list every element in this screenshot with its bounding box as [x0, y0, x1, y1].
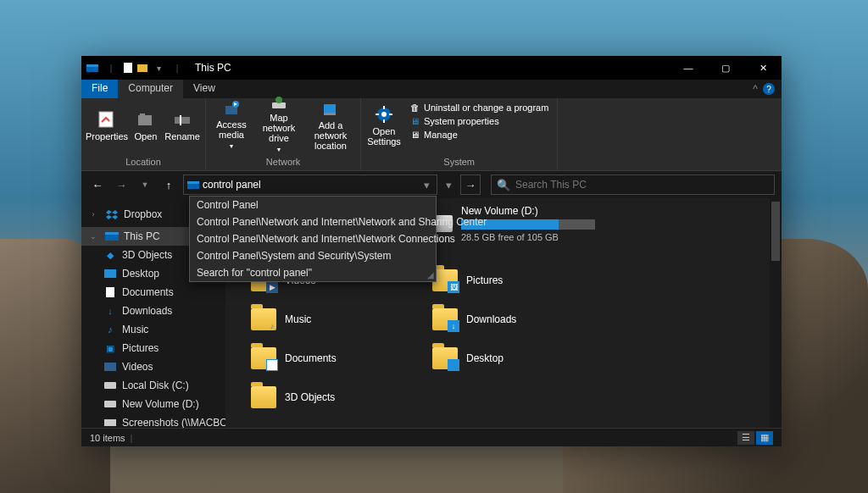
- sidebar-item-label: Downloads: [122, 305, 172, 317]
- folder-icon[interactable]: [137, 64, 147, 72]
- search-box[interactable]: 🔍: [491, 174, 775, 195]
- navigation-bar: ← → ▼ ↑ ▾ Control Panel Control Panel\Ne…: [81, 171, 782, 198]
- sidebar-item-label: Desktop: [122, 268, 159, 280]
- search-input[interactable]: [515, 179, 769, 191]
- thispc-icon: [105, 230, 119, 243]
- ribbon-tabs: File Computer View ^ ?: [81, 80, 782, 98]
- svg-rect-7: [272, 102, 286, 108]
- add-location-button[interactable]: Add a network location: [304, 100, 357, 151]
- properties-icon: [97, 109, 117, 130]
- folder-music[interactable]: ♪Music: [251, 308, 311, 330]
- folder-icon: [251, 347, 276, 369]
- open-button[interactable]: Open: [129, 100, 163, 151]
- sidebar-item-documents[interactable]: Documents: [81, 283, 225, 302]
- sidebar-item-screenshots-macbooka[interactable]: Screenshots (\\MACBOOKA: [81, 413, 225, 428]
- suggestion-item[interactable]: Control Panel\System and Security\System: [190, 247, 436, 264]
- sidebar-item-downloads[interactable]: ↓Downloads: [81, 302, 225, 320]
- tab-computer[interactable]: Computer: [118, 80, 183, 98]
- address-bar[interactable]: ▾ Control Panel Control Panel\Network an…: [183, 174, 437, 195]
- chevron-icon[interactable]: ›: [86, 208, 100, 221]
- address-suggestions: Control Panel Control Panel\Network and …: [189, 196, 437, 282]
- scrollbar[interactable]: [770, 198, 782, 428]
- details-view-button[interactable]: ☰: [737, 431, 754, 445]
- svg-point-8: [275, 97, 282, 103]
- open-settings-button[interactable]: Open Settings: [364, 100, 403, 151]
- refresh-button[interactable]: →: [460, 174, 481, 195]
- dropdown-icon[interactable]: ▾: [446, 179, 452, 191]
- documents-icon: [103, 285, 117, 299]
- videos-icon: [103, 360, 117, 374]
- sidebar-item-label: 3D Objects: [122, 249, 172, 261]
- suggestion-item[interactable]: Control Panel: [190, 197, 436, 213]
- folder-downloads[interactable]: ↓Downloads: [432, 308, 516, 330]
- pictures-icon: ▣: [103, 341, 117, 355]
- uninstall-button[interactable]: 🗑Uninstall or change a program: [409, 102, 548, 114]
- sidebar-item-label: Music: [122, 324, 148, 335]
- close-button[interactable]: ✕: [744, 56, 782, 80]
- tab-file[interactable]: File: [81, 80, 118, 98]
- file-icon[interactable]: [124, 63, 132, 73]
- sidebar-item-label: This PC: [124, 230, 160, 242]
- map-drive-button[interactable]: Map network drive▾: [253, 100, 304, 151]
- map-drive-icon: [269, 96, 289, 111]
- folder-icon: [251, 386, 276, 408]
- rename-button[interactable]: Rename: [163, 100, 202, 151]
- group-system: Open Settings 🗑Uninstall or change a pro…: [361, 98, 558, 170]
- folder-icon: ♪: [251, 308, 276, 330]
- svg-point-12: [381, 112, 387, 117]
- sidebar-item-local-disk-c-[interactable]: Local Disk (C:): [81, 376, 225, 395]
- sidebar-item-videos[interactable]: Videos: [81, 357, 225, 376]
- suggestion-item[interactable]: Control Panel\Network and Internet\Netwo…: [190, 230, 436, 247]
- folder-pictures[interactable]: 🖼Pictures: [432, 269, 503, 291]
- folder-documents[interactable]: Documents: [251, 347, 337, 369]
- resize-grip-icon[interactable]: ◢: [427, 270, 434, 280]
- access-media-button[interactable]: Access media▾: [209, 100, 253, 151]
- tab-view[interactable]: View: [183, 80, 225, 98]
- system-properties-button[interactable]: 🖥System properties: [409, 115, 548, 127]
- minimize-button[interactable]: —: [670, 56, 707, 80]
- dropdown-icon[interactable]: ▾: [153, 62, 164, 74]
- sidebar-item-new-volume-d-[interactable]: New Volume (D:): [81, 395, 225, 413]
- properties-button[interactable]: Properties: [85, 100, 129, 151]
- up-button[interactable]: ↑: [159, 175, 178, 194]
- back-button[interactable]: ←: [88, 175, 107, 194]
- folder-3dobjects[interactable]: 3D Objects: [251, 386, 335, 408]
- maximize-button[interactable]: ▢: [707, 56, 744, 80]
- chevron-down-icon[interactable]: ▾: [420, 179, 433, 191]
- item-count: 10 items: [90, 433, 125, 443]
- ribbon: Properties Open Rename Location Access m…: [81, 98, 782, 171]
- cube-icon: ◆: [103, 248, 117, 262]
- add-location-icon: [320, 100, 341, 119]
- forward-button[interactable]: →: [112, 175, 131, 194]
- collapse-ribbon-icon[interactable]: ^: [753, 83, 758, 95]
- recent-dropdown[interactable]: ▼: [136, 175, 154, 194]
- chevron-icon[interactable]: ⌄: [86, 230, 100, 243]
- titlebar[interactable]: | ▾ | This PC — ▢ ✕: [81, 56, 782, 80]
- sidebar-item-music[interactable]: ♪Music: [81, 320, 225, 339]
- thispc-icon: [86, 64, 98, 72]
- scrollbar-thumb[interactable]: [771, 202, 780, 261]
- svg-rect-0: [99, 112, 113, 127]
- manage-icon: 🖥: [409, 129, 420, 141]
- media-icon: [221, 99, 242, 118]
- thispc-icon: [187, 181, 199, 189]
- svg-rect-9: [324, 104, 336, 113]
- dropbox-icon: [105, 208, 119, 221]
- suggestion-item[interactable]: Search for "control panel": [190, 264, 436, 281]
- icons-view-button[interactable]: ▦: [756, 431, 773, 445]
- window-title: This PC: [195, 62, 231, 74]
- file-explorer-window: | ▾ | This PC — ▢ ✕ File Computer View ^…: [81, 56, 782, 446]
- group-location: Properties Open Rename Location: [81, 98, 206, 170]
- search-icon: 🔍: [497, 179, 510, 191]
- svg-rect-3: [175, 117, 190, 124]
- disk-icon: [103, 397, 117, 411]
- sidebar-item-label: Documents: [122, 286, 174, 298]
- help-icon[interactable]: ?: [763, 83, 775, 95]
- sidebar-item-pictures[interactable]: ▣Pictures: [81, 339, 225, 357]
- folder-desktop[interactable]: Desktop: [432, 347, 504, 369]
- suggestion-item[interactable]: Control Panel\Network and Internet\Netwo…: [190, 213, 436, 230]
- group-network: Access media▾ Map network drive▾ Add a n…: [206, 98, 361, 170]
- monitor-icon: 🖥: [409, 115, 420, 127]
- manage-button[interactable]: 🖥Manage: [409, 129, 548, 141]
- address-input[interactable]: [203, 179, 420, 191]
